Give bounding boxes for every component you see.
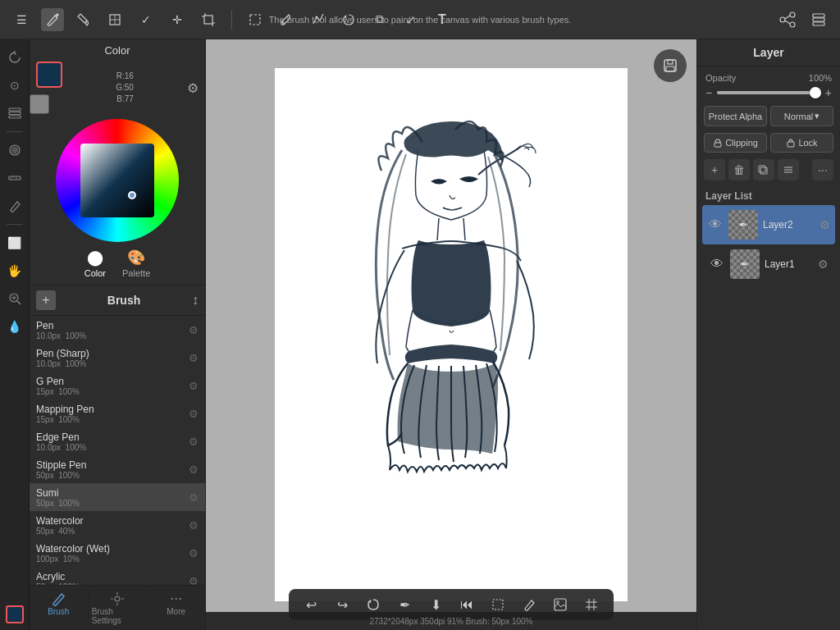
brush-item-pen--sharp-[interactable]: Pen (Sharp) 10.0px 100% ⚙ bbox=[30, 344, 205, 372]
svg-rect-31 bbox=[493, 600, 503, 609]
move-tool-button[interactable]: ✛ bbox=[166, 8, 189, 31]
brush-item-acrylic[interactable]: Acrylic 50px 100% ⚙ bbox=[30, 567, 205, 585]
layer1-thumbnail: ✒ bbox=[730, 249, 760, 279]
rect-select-button[interactable] bbox=[244, 8, 267, 31]
brush-gear-8[interactable]: ⚙ bbox=[189, 547, 199, 559]
sidebar-color-swatch[interactable] bbox=[6, 605, 24, 623]
color-settings-button[interactable]: ⚙ bbox=[187, 80, 199, 96]
secondary-color-swatch[interactable] bbox=[30, 94, 49, 114]
sidebar-ruler-icon[interactable] bbox=[3, 167, 26, 189]
right-panel: Layer Opacity 100% − + Protect Alpha Nor… bbox=[696, 39, 840, 630]
color-section: Color R:16 G:50 B:77 ⚙ bbox=[30, 39, 205, 285]
tab-brush-settings-label: Brush Settings bbox=[92, 607, 144, 625]
brush-item-g-pen[interactable]: G Pen 15px 100% ⚙ bbox=[30, 372, 205, 399]
connect-icon[interactable] bbox=[776, 8, 799, 31]
checkmark-button[interactable]: ✓ bbox=[135, 8, 158, 31]
sidebar-zoom-icon[interactable] bbox=[3, 287, 26, 310]
opacity-minus-button[interactable]: − bbox=[705, 86, 712, 99]
sidebar-history-icon[interactable] bbox=[3, 46, 26, 69]
brush-item-stipple-pen[interactable]: Stipple Pen 50px 100% ⚙ bbox=[30, 455, 205, 483]
layer-copy-button[interactable] bbox=[753, 159, 774, 180]
brush-gear-9[interactable]: ⚙ bbox=[189, 575, 199, 586]
svg-point-9 bbox=[790, 22, 795, 27]
layer-add-button[interactable]: + bbox=[704, 159, 725, 180]
color-tab-icon: ⬤ bbox=[87, 249, 103, 267]
fill-tool-button[interactable] bbox=[72, 8, 95, 31]
color-top-row: R:16 G:50 B:77 ⚙ bbox=[36, 62, 199, 114]
canvas-save-button[interactable] bbox=[654, 49, 687, 82]
brush-gear-3[interactable]: ⚙ bbox=[189, 408, 199, 420]
color-gradient-box[interactable] bbox=[80, 144, 154, 217]
left-panel-bottom-tabs: Brush Brush Settings ··· More bbox=[30, 585, 205, 630]
brush-tool-button[interactable] bbox=[41, 8, 64, 31]
clipping-button[interactable]: Clipping bbox=[704, 133, 767, 153]
blend-mode-button[interactable]: Normal ▾ bbox=[770, 106, 833, 126]
opacity-slider-fill bbox=[717, 91, 815, 94]
tab-more[interactable]: ··· More bbox=[147, 586, 205, 630]
selection-tool-button[interactable] bbox=[103, 8, 126, 31]
tab-color[interactable]: ⬤ Color bbox=[84, 249, 106, 278]
brush-gear-2[interactable]: ⚙ bbox=[189, 380, 199, 392]
blend-mode-chevron: ▾ bbox=[815, 111, 819, 121]
canvas-container[interactable] bbox=[275, 68, 628, 601]
opacity-slider[interactable] bbox=[717, 91, 820, 94]
brush-item-mapping-pen[interactable]: Mapping Pen 15px 100% ⚙ bbox=[30, 399, 205, 427]
clipping-lock-row: Clipping Lock bbox=[697, 133, 840, 159]
opacity-plus-button[interactable]: + bbox=[825, 86, 832, 99]
layer-item-layer2[interactable]: 👁 ✒ Layer2 ⚙ bbox=[702, 205, 835, 244]
svg-line-11 bbox=[785, 21, 790, 24]
layer1-eye-button[interactable]: 👁 bbox=[709, 257, 725, 272]
sidebar-color-icon[interactable] bbox=[3, 139, 26, 162]
color-handle[interactable] bbox=[128, 191, 136, 199]
protect-alpha-button[interactable]: Protect Alpha bbox=[704, 106, 767, 126]
primary-color-swatch[interactable] bbox=[36, 62, 62, 88]
color-wheel[interactable] bbox=[56, 119, 179, 242]
opacity-slider-row: − + bbox=[697, 86, 840, 106]
sidebar-drop-icon[interactable]: 💧 bbox=[3, 315, 26, 338]
layer-more-button[interactable]: ··· bbox=[812, 159, 833, 180]
brush-gear-0[interactable]: ⚙ bbox=[189, 324, 199, 336]
layer-delete-button[interactable]: 🗑 bbox=[728, 159, 750, 180]
tab-brush[interactable]: Brush bbox=[30, 586, 89, 630]
sidebar-fill-icon[interactable]: ⬜ bbox=[3, 231, 26, 254]
layer1-settings-button[interactable]: ⚙ bbox=[818, 258, 829, 271]
more-icon: ··· bbox=[170, 591, 182, 607]
lock-button[interactable]: Lock bbox=[770, 133, 833, 153]
opacity-slider-handle[interactable] bbox=[810, 87, 821, 98]
brush-item-sumi[interactable]: Sumi 50px 100% ⚙ bbox=[30, 483, 205, 511]
brush-sort-button[interactable]: ↕ bbox=[192, 293, 199, 308]
tooltip-bar: The brush tool allows users to paint on … bbox=[269, 15, 572, 25]
svg-rect-14 bbox=[813, 14, 824, 17]
svg-rect-40 bbox=[760, 167, 767, 174]
brush-gear-7[interactable]: ⚙ bbox=[189, 519, 199, 532]
main-area: ⊙ bbox=[0, 39, 840, 630]
menu-button[interactable]: ☰ bbox=[10, 8, 33, 31]
layer2-settings-button[interactable]: ⚙ bbox=[819, 218, 830, 231]
svg-rect-3 bbox=[204, 16, 212, 24]
tab-palette[interactable]: 🎨 Palette bbox=[122, 249, 150, 278]
crop-tool-button[interactable] bbox=[197, 8, 220, 31]
brush-item-watercolor--wet-[interactable]: Watercolor (Wet) 100px 10% ⚙ bbox=[30, 539, 205, 567]
layer2-eye-button[interactable]: 👁 bbox=[707, 217, 724, 232]
color-palette-tabs: ⬤ Color 🎨 Palette bbox=[36, 245, 199, 280]
tab-brush-settings[interactable]: Brush Settings bbox=[89, 586, 148, 630]
svg-rect-12 bbox=[813, 22, 824, 25]
brush-gear-1[interactable]: ⚙ bbox=[189, 352, 199, 364]
sidebar-layers-icon[interactable] bbox=[3, 102, 26, 125]
color-swatches bbox=[36, 62, 62, 114]
sidebar-brush-small-icon[interactable] bbox=[3, 194, 26, 217]
brush-add-button[interactable]: + bbox=[36, 290, 56, 310]
brush-item-edge-pen[interactable]: Edge Pen 10.0px 100% ⚙ bbox=[30, 427, 205, 455]
layers-stack-icon[interactable] bbox=[807, 8, 830, 31]
sidebar-record-icon[interactable]: ⊙ bbox=[3, 74, 26, 97]
brush-gear-6[interactable]: ⚙ bbox=[189, 491, 199, 504]
brush-gear-5[interactable]: ⚙ bbox=[189, 463, 199, 476]
canvas-area[interactable]: ↩ ↪ ✒ ⬇ ⏮ bbox=[206, 39, 696, 630]
sidebar-hand-icon[interactable]: 🖐 bbox=[3, 259, 26, 282]
layer-item-layer1[interactable]: 👁 ✒ Layer1 ⚙ bbox=[702, 244, 835, 284]
brush-item-pen[interactable]: Pen 10.0px 100% ⚙ bbox=[30, 316, 205, 344]
layer-list-button[interactable] bbox=[778, 159, 799, 180]
svg-rect-4 bbox=[250, 15, 260, 25]
brush-item-watercolor[interactable]: Watercolor 50px 40% ⚙ bbox=[30, 511, 205, 539]
brush-gear-4[interactable]: ⚙ bbox=[189, 436, 199, 448]
